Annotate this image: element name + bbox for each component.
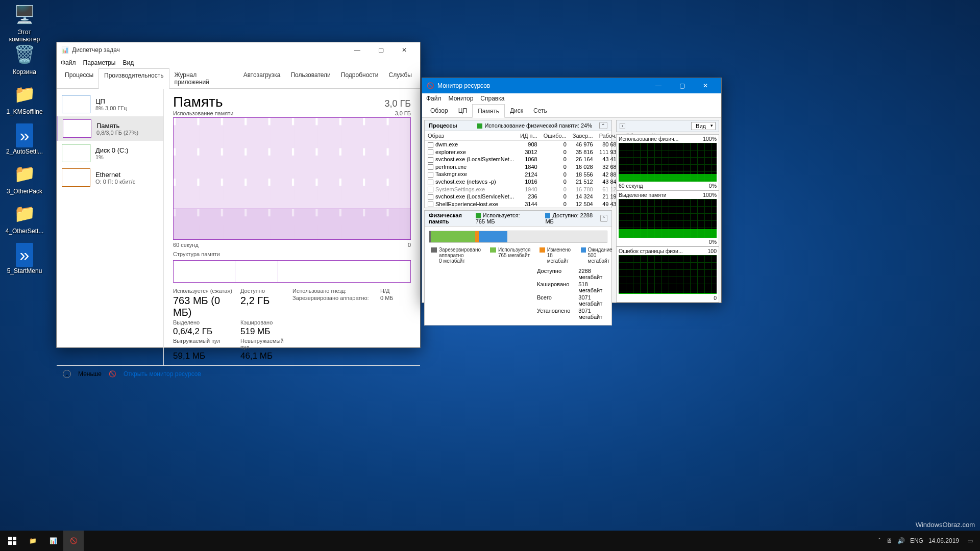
taskbar-taskmgr[interactable]: 📊 — [43, 531, 63, 551]
svg-rect-3 — [13, 541, 16, 545]
language-indicator[interactable]: ENG — [910, 537, 923, 544]
tab[interactable]: Пользователи — [285, 68, 335, 88]
tab[interactable]: Процессы — [60, 68, 99, 88]
tab[interactable]: Автозагрузка — [238, 68, 286, 88]
tab-strip: ПроцессыПроизводительностьЖурнал приложе… — [57, 68, 420, 89]
taskbar-resmon[interactable]: 🚫 — [63, 531, 84, 551]
desktop-icon[interactable]: »2_AutoSetti... — [2, 123, 47, 155]
resource-monitor-window: 🚫 Монитор ресурсов — ▢ ✕ ФайлМониторСпра… — [422, 78, 722, 303]
collapse-icon[interactable]: ⌄ — [63, 370, 71, 378]
minimize-button[interactable]: — — [647, 78, 670, 93]
column-header[interactable]: Завер... — [570, 131, 596, 141]
watermark: WindowsObraz.com — [916, 521, 975, 529]
start-button[interactable] — [2, 531, 22, 551]
tab[interactable]: Память — [472, 104, 505, 118]
desktop-icon[interactable]: 🖥️Этот компьютер — [2, 4, 47, 43]
taskbar-clock[interactable]: 14.06.2019 — [928, 538, 962, 544]
system-tray[interactable]: ˄ 🖥 🔊 ENG 14.06.2019 ▭ — [873, 537, 978, 544]
tab[interactable]: Обзор — [425, 104, 453, 117]
graph-max: 3,0 ГБ — [395, 110, 411, 116]
maximize-button[interactable]: ▢ — [670, 78, 694, 93]
taskbar: 📁 📊 🚫 ˄ 🖥 🔊 ENG 14.06.2019 ▭ — [0, 531, 980, 551]
memory-legend: Зарезервированоаппаратно0 мегабайтИсполь… — [425, 247, 611, 267]
tab[interactable]: Диск — [505, 104, 528, 117]
maximize-button[interactable]: ▢ — [369, 42, 393, 58]
column-header[interactable]: Ошибо... — [541, 131, 570, 141]
collapse-icon[interactable]: ⌃ — [600, 215, 607, 222]
tab[interactable]: Журнал приложений — [169, 68, 238, 88]
fewer-details[interactable]: Меньше — [78, 370, 102, 378]
notifications-icon[interactable]: ▭ — [967, 537, 973, 544]
memory-summary: Доступно2288 мегабайтКэшировано518 мегаб… — [425, 267, 611, 325]
panel-title: Процессы — [429, 122, 457, 129]
perf-sidebar-item[interactable]: Память0,8/3,0 ГБ (27%) — [57, 116, 163, 141]
mini-chart: Выделение памяти100%0% — [616, 190, 719, 246]
panel-info: Использование физической памяти: 24% — [484, 122, 592, 129]
checkbox[interactable] — [428, 194, 433, 200]
column-header[interactable]: ИД п... — [517, 131, 541, 141]
titlebar[interactable]: 🚫 Монитор ресурсов — ▢ ✕ — [422, 78, 721, 93]
window-title: Монитор ресурсов — [437, 82, 647, 89]
collapse-icon[interactable]: ⌃ — [599, 122, 607, 129]
menu-item[interactable]: Параметры — [83, 59, 116, 66]
footer: ⌄ Меньше 🚫 Открыть монитор ресурсов — [57, 365, 420, 382]
checkbox[interactable] — [428, 180, 433, 185]
checkbox[interactable] — [428, 187, 433, 192]
mini-chart: Ошибок страницы физи...1000 — [616, 246, 719, 303]
struct-label: Структура памяти — [173, 251, 411, 257]
svg-rect-2 — [8, 541, 12, 545]
memory-usage-graph — [173, 117, 411, 240]
open-resource-monitor[interactable]: Открыть монитор ресурсов — [124, 370, 201, 378]
metric-total: 3,0 ГБ — [384, 98, 411, 109]
performance-main: Память 3,0 ГБ Использование памяти3,0 ГБ… — [164, 89, 420, 365]
view-dropdown[interactable]: Вид — [691, 122, 716, 130]
close-button[interactable]: ✕ — [393, 42, 416, 58]
network-icon[interactable]: 🖥 — [886, 537, 892, 544]
app-icon: 📊 — [61, 46, 69, 54]
desktop-icon[interactable]: »5_StartMenu — [2, 243, 47, 274]
menu-item[interactable]: Файл — [426, 95, 442, 102]
expand-icon[interactable]: › — [620, 123, 625, 129]
task-manager-window: 📊 Диспетчер задач — ▢ ✕ ФайлПараметрыВид… — [56, 42, 421, 348]
view-toolbar: › Вид — [616, 120, 719, 132]
volume-icon[interactable]: 🔊 — [897, 537, 905, 544]
perf-sidebar-item[interactable]: ЦП8% 3,00 ГГц — [57, 92, 163, 116]
checkbox[interactable] — [428, 202, 433, 207]
memory-stats: Используется (сжатая)Доступно Использова… — [173, 288, 411, 361]
svg-rect-0 — [8, 537, 12, 540]
checkbox[interactable] — [428, 157, 433, 163]
desktop-icon[interactable]: 🗑️Корзина — [2, 44, 47, 76]
graph-label: Использование памяти — [173, 110, 233, 116]
checkbox[interactable] — [428, 172, 433, 178]
taskbar-explorer[interactable]: 📁 — [22, 531, 43, 551]
desktop-icon[interactable]: 📁3_OtherPack — [2, 163, 47, 195]
menu-item[interactable]: Справка — [480, 95, 504, 102]
graph-time-range: 60 секунд — [173, 242, 199, 248]
menu-item[interactable]: Файл — [61, 59, 76, 66]
menu-item[interactable]: Монитор — [449, 95, 474, 102]
tab[interactable]: Подробности — [336, 68, 384, 88]
checkbox[interactable] — [428, 164, 433, 170]
menu-item[interactable]: Вид — [122, 59, 134, 66]
minimize-button[interactable]: — — [346, 42, 369, 58]
checkbox[interactable] — [428, 142, 433, 148]
tab[interactable]: Производительность — [99, 68, 169, 89]
svg-rect-1 — [13, 537, 16, 540]
physical-memory-panel: Физическая память Используется: 765 МБ Д… — [424, 210, 612, 325]
tab-strip: ОбзорЦППамятьДискСеть — [422, 104, 721, 118]
column-header[interactable]: Образ — [425, 131, 517, 141]
performance-sidebar: ЦП8% 3,00 ГГцПамять0,8/3,0 ГБ (27%)Диск … — [57, 89, 164, 365]
tab[interactable]: ЦП — [453, 104, 473, 117]
memory-bar — [429, 231, 607, 243]
checkbox[interactable] — [428, 149, 433, 155]
tab[interactable]: Службы — [384, 68, 417, 88]
tab[interactable]: Сеть — [528, 104, 552, 117]
desktop-icon[interactable]: 📁4_OtherSett... — [2, 203, 47, 235]
tray-chevron-icon[interactable]: ˄ — [878, 537, 881, 544]
desktop-icon[interactable]: 📁1_KMSoffline — [2, 84, 47, 115]
window-title: Диспетчер задач — [72, 46, 346, 54]
titlebar[interactable]: 📊 Диспетчер задач — ▢ ✕ — [57, 42, 420, 58]
perf-sidebar-item[interactable]: Диск 0 (C:)1% — [57, 141, 163, 165]
close-button[interactable]: ✕ — [694, 78, 717, 93]
perf-sidebar-item[interactable]: EthernetО: 0 П: 0 кбит/с — [57, 165, 163, 190]
